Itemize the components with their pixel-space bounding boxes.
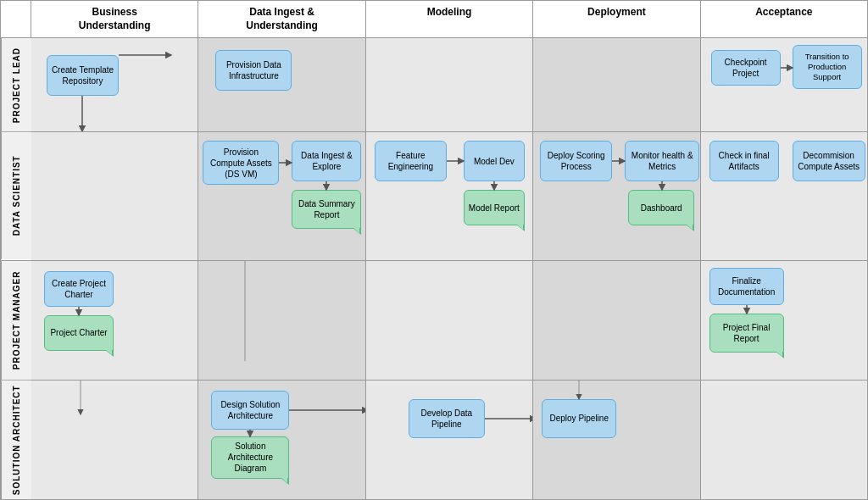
- lane-data-scientist: DATA SCIENTIST ProvisionCompute Assets(D…: [1, 132, 867, 260]
- lane-col-ds-dataingest: ProvisionCompute Assets(DS VM) Data Inge…: [198, 132, 365, 259]
- lane-project-manager: PROJECT MANAGER Create ProjectCharter Pr…: [1, 261, 867, 381]
- lane-col-pl-business: Create TemplateRepository: [31, 38, 198, 131]
- lane-col-pm-deployment: [533, 261, 700, 380]
- lane-label-project-lead: PROJECT LEAD: [1, 38, 31, 131]
- node-data-summary-report: Data SummaryReport: [292, 190, 361, 229]
- lane-col-pl-dataingest: Provision DataInfrastructure: [198, 38, 365, 131]
- lane-col-pm-business: Create ProjectCharter Project Charter: [31, 261, 198, 380]
- lane-col-pm-acceptance: FinalizeDocumentation Project FinalRepor…: [701, 261, 867, 380]
- diagram-container: BusinessUnderstanding Data Ingest &Under…: [0, 0, 868, 500]
- header-business: BusinessUnderstanding: [31, 1, 198, 37]
- node-monitor-health: Monitor health &Metrics: [625, 141, 699, 181]
- lane-col-sa-modeling: Develop DataPipeline: [366, 381, 533, 499]
- node-feature-engineering: FeatureEngineering: [375, 141, 447, 181]
- lane-col-pm-dataingest: [198, 261, 365, 380]
- lane-col-ds-business: [31, 132, 198, 259]
- node-project-final-report: Project FinalReport: [709, 314, 784, 353]
- lane-col-sa-acceptance: [701, 381, 867, 499]
- node-check-final-artifacts: Check in finalArtifacts: [709, 141, 779, 181]
- node-solution-arch-diagram: SolutionArchitectureDiagram: [211, 436, 289, 479]
- node-model-report: Model Report: [464, 190, 525, 225]
- lane-label-project-manager: PROJECT MANAGER: [1, 261, 31, 380]
- lane-col-pl-deployment: [533, 38, 700, 131]
- node-data-ingest-explore: Data Ingest &Explore: [292, 141, 361, 181]
- node-create-template-repo: Create TemplateRepository: [47, 55, 119, 96]
- header-acceptance: Acceptance: [701, 1, 867, 37]
- node-develop-data-pipeline: Develop DataPipeline: [409, 399, 485, 438]
- node-model-dev: Model Dev: [464, 141, 525, 181]
- lane-col-pm-modeling: [366, 261, 533, 380]
- node-create-project-charter: Create ProjectCharter: [44, 271, 114, 307]
- node-deploy-pipeline: Deploy Pipeline: [542, 399, 616, 438]
- lane-solution-architect: SOLUTION ARCHITECT Design SolutionArchit…: [1, 381, 867, 499]
- header-spacer: [1, 1, 31, 37]
- node-deploy-scoring: Deploy ScoringProcess: [540, 141, 612, 181]
- lane-label-data-scientist: DATA SCIENTIST: [1, 132, 31, 259]
- lane-col-pl-acceptance: CheckpointProject Transition toProductio…: [701, 38, 867, 131]
- lane-label-solution-architect: SOLUTION ARCHITECT: [1, 381, 31, 499]
- lane-col-ds-modeling: FeatureEngineering Model Dev Model Repor…: [366, 132, 533, 259]
- content-area: PROJECT LEAD Create TemplateRepository P…: [1, 38, 867, 499]
- lane-col-sa-deployment: Deploy Pipeline: [533, 381, 700, 499]
- node-finalize-docs: FinalizeDocumentation: [709, 268, 784, 305]
- lane-col-sa-dataingest: Design SolutionArchitecture SolutionArch…: [198, 381, 365, 499]
- node-design-solution-arch: Design SolutionArchitecture: [211, 391, 289, 430]
- lane-col-ds-acceptance: Check in finalArtifacts DecommisionCompu…: [701, 132, 867, 259]
- lane-col-ds-deployment: Deploy ScoringProcess Monitor health &Me…: [533, 132, 700, 259]
- lane-project-lead: PROJECT LEAD Create TemplateRepository P…: [1, 38, 867, 132]
- node-provision-compute: ProvisionCompute Assets(DS VM): [203, 141, 279, 185]
- header-deployment: Deployment: [533, 1, 700, 37]
- header-modeling: Modeling: [366, 1, 533, 37]
- node-checkpoint-project: CheckpointProject: [711, 50, 781, 86]
- lane-col-sa-business: [31, 381, 198, 499]
- header-row: BusinessUnderstanding Data Ingest &Under…: [1, 1, 867, 38]
- node-project-charter: Project Charter: [44, 315, 114, 351]
- node-provision-data-infra: Provision DataInfrastructure: [215, 50, 292, 91]
- node-decommission: DecommisionCompute Assets: [793, 141, 865, 181]
- node-dashboard: Dashboard: [628, 190, 694, 225]
- node-transition-prod: Transition toProductionSupport: [793, 45, 862, 89]
- lane-col-pl-modeling: [366, 38, 533, 131]
- header-data-ingest: Data Ingest &Understanding: [198, 1, 365, 37]
